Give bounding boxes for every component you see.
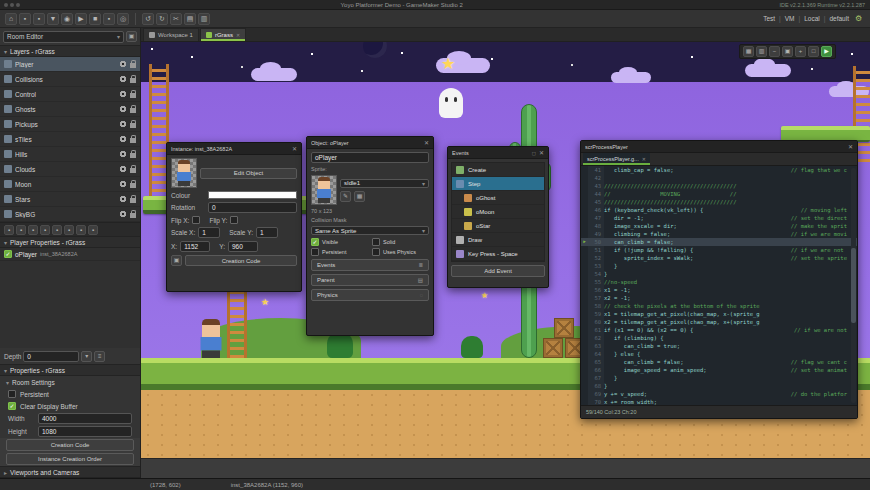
ghost-sprite[interactable] — [439, 88, 463, 118]
event-row-draw[interactable]: Draw — [452, 233, 544, 247]
add-tile-layer-icon[interactable]: ▪ — [28, 225, 38, 235]
save-project-icon[interactable]: ▼ — [47, 13, 59, 25]
visibility-eye-icon[interactable] — [119, 210, 127, 218]
undo-icon[interactable]: ↺ — [142, 13, 154, 25]
checkbox-box[interactable] — [311, 248, 319, 256]
target-icon[interactable]: ◎ — [117, 13, 129, 25]
player-sprite[interactable] — [199, 319, 223, 358]
snap-icon[interactable]: ▥ — [756, 46, 767, 57]
layer-row-control[interactable]: Control — [0, 87, 140, 102]
add-background-layer-icon[interactable]: ▪ — [52, 225, 62, 235]
lock-icon[interactable] — [130, 213, 136, 218]
star-sprite[interactable]: ★ — [441, 56, 455, 72]
persistent-row[interactable]: Persistent — [0, 388, 140, 400]
lock-icon[interactable] — [130, 63, 136, 68]
checkbox-persistent[interactable]: Persistent — [311, 248, 368, 256]
event-row-key-press-space[interactable]: Key Press - Space — [452, 247, 544, 261]
depth-dropdown-icon[interactable]: ▾ — [81, 351, 92, 362]
event-row-create[interactable]: Create — [452, 163, 544, 177]
checkbox-box[interactable] — [372, 248, 380, 256]
delete-layer-icon[interactable]: ▪ — [88, 225, 98, 235]
rotation-input[interactable]: 0 — [208, 202, 297, 213]
redo-icon[interactable]: ↻ — [156, 13, 168, 25]
event-row-step[interactable]: Step — [452, 177, 544, 191]
visibility-eye-icon[interactable] — [119, 135, 127, 143]
play-icon[interactable]: ▶ — [75, 13, 87, 25]
clear-display-buffer-checkbox[interactable]: ✓ — [8, 402, 16, 410]
copy-icon[interactable]: ▤ — [184, 13, 196, 25]
visibility-eye-icon[interactable] — [119, 120, 127, 128]
home-icon[interactable]: ⌂ — [5, 13, 17, 25]
instance-list-row[interactable]: ✓ oPlayer inst_38A2682A — [0, 248, 140, 261]
lock-icon[interactable] — [130, 198, 136, 203]
tab-workspace-1[interactable]: Workspace 1 — [143, 28, 199, 41]
tab-rgrass[interactable]: rGrass✕ — [200, 28, 246, 41]
clear-display-buffer-row[interactable]: ✓ Clear Display Buffer — [0, 400, 140, 412]
visibility-eye-icon[interactable] — [119, 105, 127, 113]
creation-code-button[interactable]: Creation Code — [6, 439, 134, 451]
close-icon[interactable]: ✕ — [539, 149, 544, 156]
stop-icon[interactable]: ■ — [89, 13, 101, 25]
layer-row-hills[interactable]: Hills — [0, 147, 140, 162]
close-icon[interactable]: ✕ — [848, 143, 853, 150]
depth-input[interactable]: 0 — [23, 351, 79, 362]
instance-list-empty-area[interactable] — [0, 261, 140, 348]
scrollbar-thumb[interactable] — [851, 248, 856, 323]
layer-row-clouds[interactable]: Clouds — [0, 162, 140, 177]
layer-row-player[interactable]: Player — [0, 57, 140, 72]
object-name-input[interactable]: oPlayer — [311, 152, 429, 163]
add-event-button[interactable]: Add Event — [451, 265, 545, 277]
lock-icon[interactable] — [130, 138, 136, 143]
cut-icon[interactable]: ✂ — [170, 13, 182, 25]
lock-icon[interactable] — [130, 183, 136, 188]
x-input[interactable]: 1152 — [180, 241, 210, 252]
events-panel-header[interactable]: Events ◻ ✕ — [448, 147, 548, 159]
close-tab-icon[interactable]: ✕ — [642, 156, 646, 162]
add-path-layer-icon[interactable]: ▪ — [40, 225, 50, 235]
player-properties-header[interactable]: ▾ Player Properties - rGrass — [0, 236, 140, 248]
target-option-test[interactable]: Test — [763, 15, 775, 22]
panel-menu-icon[interactable]: ▣ — [126, 31, 137, 42]
zoom-100-icon[interactable]: ▣ — [782, 46, 793, 57]
rename-layer-icon[interactable]: ▪ — [64, 225, 74, 235]
lock-icon[interactable] — [130, 93, 136, 98]
layers-header[interactable]: ▾ Layers - rGrass — [0, 45, 140, 57]
visibility-eye-icon[interactable] — [119, 60, 127, 68]
lock-icon[interactable] — [130, 108, 136, 113]
layer-row-stiles[interactable]: sTiles — [0, 132, 140, 147]
select-sprite-icon[interactable]: ▦ — [354, 191, 365, 202]
visibility-eye-icon[interactable] — [119, 90, 127, 98]
fit-view-icon[interactable]: □ — [808, 46, 819, 57]
visibility-eye-icon[interactable] — [119, 150, 127, 158]
properties-header[interactable]: ▾ Properties - rGrass — [0, 364, 140, 376]
physics-button[interactable]: Physics◌ — [311, 289, 429, 301]
visibility-eye-icon[interactable] — [119, 180, 127, 188]
parent-button[interactable]: Parent▤ — [311, 274, 429, 286]
event-row-ostar[interactable]: oStar — [452, 219, 544, 233]
target-option-local[interactable]: Local — [804, 15, 820, 22]
flip-x-checkbox[interactable] — [192, 216, 200, 224]
zoom-out-icon[interactable]: − — [769, 46, 780, 57]
scale-y-input[interactable]: 1 — [256, 227, 278, 238]
star-sprite[interactable]: ★ — [261, 298, 269, 307]
zoom-in-icon[interactable]: + — [795, 46, 806, 57]
close-icon[interactable]: ✕ — [424, 139, 429, 146]
code-tab[interactable]: scrProcessPlayer.g... ✕ — [583, 153, 650, 165]
visibility-eye-icon[interactable] — [119, 195, 127, 203]
checkbox-box[interactable]: ✓ — [311, 238, 319, 246]
colour-swatch[interactable] — [208, 191, 297, 199]
add-instance-layer-icon[interactable]: ▪ — [4, 225, 14, 235]
duplicate-layer-icon[interactable]: ▪ — [76, 225, 86, 235]
add-asset-layer-icon[interactable]: ▪ — [16, 225, 26, 235]
sprite-dropdown[interactable]: sIdle1 ▾ — [340, 179, 429, 188]
close-tab-icon[interactable]: ✕ — [236, 32, 240, 38]
gear-icon[interactable]: ⚙ — [852, 12, 865, 25]
height-input[interactable]: 1080 — [38, 426, 132, 437]
event-row-omoon[interactable]: oMoon — [452, 205, 544, 219]
debug-icon[interactable]: ◉ — [61, 13, 73, 25]
visibility-eye-icon[interactable] — [119, 75, 127, 83]
checkbox-solid[interactable]: Solid — [372, 238, 429, 246]
depth-menu-icon[interactable]: ≡ — [94, 351, 105, 362]
width-input[interactable]: 4000 — [38, 413, 132, 424]
lock-icon[interactable] — [130, 123, 136, 128]
